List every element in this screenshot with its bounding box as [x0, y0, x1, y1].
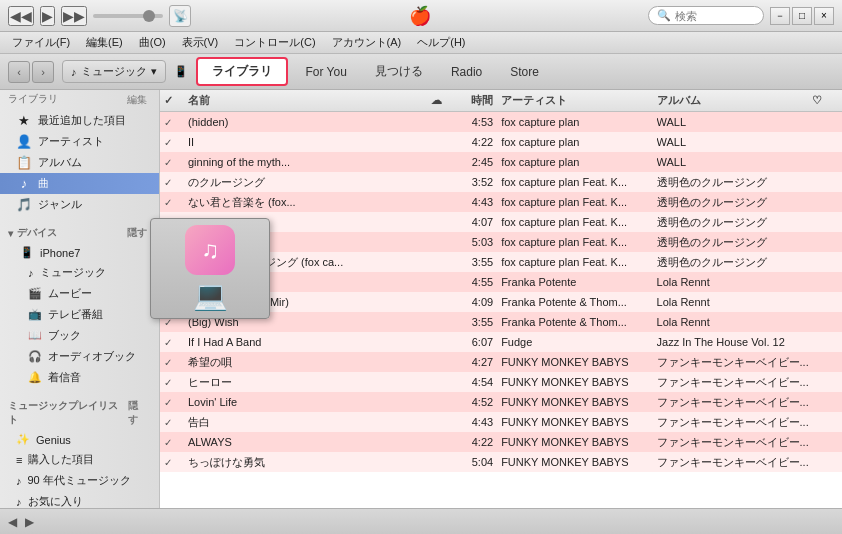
status-right-arrow[interactable]: ▶ — [25, 515, 34, 529]
menu-account[interactable]: アカウント(A) — [326, 33, 408, 52]
status-left-arrow[interactable]: ◀ — [8, 515, 17, 529]
sidebar-item-books[interactable]: 📖 ブック — [0, 325, 159, 346]
source-selector[interactable]: ♪ ミュージック ▾ — [62, 60, 166, 83]
sidebar-edit-button[interactable]: 編集 — [123, 92, 151, 108]
minimize-button[interactable]: － — [770, 7, 790, 25]
itunes-icon: ♫ — [185, 225, 235, 275]
music-note-large-icon: ♫ — [201, 236, 219, 264]
music-note-icon: ♪ — [71, 66, 77, 78]
header-album[interactable]: アルバム — [657, 93, 812, 108]
ringtone-icon: 🔔 — [28, 371, 42, 384]
sidebar-item-albums[interactable]: 📋 アルバム — [0, 152, 159, 173]
nav-back-button[interactable]: ‹ — [8, 61, 30, 83]
row-time: 4:53 — [451, 116, 501, 128]
table-header: ✓ 名前 ☁ 時間 アーティスト アルバム ♡ — [160, 90, 842, 112]
row-time: 5:03 — [451, 236, 501, 248]
row-check: ✓ — [164, 437, 188, 448]
playlist-genius[interactable]: ✨ Genius — [0, 430, 159, 449]
table-row[interactable]: ✓ ヒーロー 4:54 FUNKY MONKEY BABYS ファンキーモンキー… — [160, 372, 842, 392]
sidebar-item-music[interactable]: ♪ ミュージック — [0, 262, 159, 283]
row-artist: FUNKY MONKEY BABYS — [501, 376, 656, 388]
sidebar-item-recent-label: 最近追加した項目 — [38, 113, 126, 128]
tab-for-you[interactable]: For You — [296, 61, 357, 83]
row-time: 4:22 — [451, 136, 501, 148]
menu-control[interactable]: コントロール(C) — [228, 33, 321, 52]
header-cloud: ☁ — [421, 94, 451, 107]
sidebar-item-audiobooks[interactable]: 🎧 オーディオブック — [0, 346, 159, 367]
sidebar-item-songs[interactable]: ♪ 曲 — [0, 173, 159, 194]
sidebar-item-artists[interactable]: 👤 アーティスト — [0, 131, 159, 152]
row-album: Lola Rennt — [657, 296, 812, 308]
airplay-button[interactable]: 📡 — [169, 5, 191, 27]
tab-discover[interactable]: 見つける — [365, 59, 433, 84]
row-time: 4:43 — [451, 416, 501, 428]
chevron-down-icon: ▾ — [151, 65, 157, 78]
tab-library[interactable]: ライブラリ — [196, 57, 288, 86]
row-time: 4:07 — [451, 216, 501, 228]
playlist-hide-button[interactable]: 隠す — [124, 398, 151, 428]
table-row[interactable]: ✓ ちっぽけな勇気 5:04 FUNKY MONKEY BABYS ファンキーモ… — [160, 452, 842, 472]
header-check: ✓ — [164, 94, 188, 107]
menu-help[interactable]: ヘルプ(H) — [411, 33, 471, 52]
play-button[interactable]: ▶ — [40, 6, 55, 26]
sidebar-item-recent[interactable]: ★ 最近追加した項目 — [0, 110, 159, 131]
header-name[interactable]: 名前 — [188, 93, 421, 108]
sidebar-item-tv[interactable]: 📺 テレビ番組 — [0, 304, 159, 325]
volume-thumb — [143, 10, 155, 22]
row-artist: FUNKY MONKEY BABYS — [501, 416, 656, 428]
search-box[interactable]: 🔍 — [648, 6, 764, 25]
tab-radio[interactable]: Radio — [441, 61, 492, 83]
table-row[interactable]: ✓ If I Had A Band 6:07 Fudge Jazz In The… — [160, 332, 842, 352]
table-row[interactable]: ✓ Lovin' Life 4:52 FUNKY MONKEY BABYS ファ… — [160, 392, 842, 412]
row-album: ファンキーモンキーベイビー... — [657, 415, 812, 430]
sidebar-item-iphone[interactable]: 📱 iPhone7 — [0, 243, 159, 262]
playlist-90s[interactable]: ♪ 90 年代ミュージック — [0, 470, 159, 491]
table-row[interactable]: ✓ ginning of the myth... 2:45 fox captur… — [160, 152, 842, 172]
transport-controls: ◀◀ ▶ ▶▶ 📡 — [8, 5, 191, 27]
playlist-purchased[interactable]: ≡ 購入した項目 — [0, 449, 159, 470]
row-artist: Franka Potente & Thom... — [501, 296, 656, 308]
sidebar-item-genres[interactable]: 🎵 ジャンル — [0, 194, 159, 215]
maximize-button[interactable]: □ — [792, 7, 812, 25]
table-row[interactable]: ✓ のクルージング 3:52 fox capture plan Feat. K.… — [160, 172, 842, 192]
back-button[interactable]: ◀◀ — [8, 6, 34, 26]
volume-slider[interactable] — [93, 14, 163, 18]
close-button[interactable]: × — [814, 7, 834, 25]
sidebar-item-movies[interactable]: 🎬 ムービー — [0, 283, 159, 304]
row-time: 2:45 — [451, 156, 501, 168]
menu-song[interactable]: 曲(O) — [133, 33, 172, 52]
row-time: 4:09 — [451, 296, 501, 308]
row-name: II — [188, 136, 421, 148]
playlist-purchased-label: 購入した項目 — [28, 452, 94, 467]
table-row[interactable]: ✓ (hidden) 4:53 fox capture plan WALL — [160, 112, 842, 132]
menu-view[interactable]: 表示(V) — [176, 33, 225, 52]
row-check: ✓ — [164, 137, 188, 148]
sidebar-item-ringtones[interactable]: 🔔 着信音 — [0, 367, 159, 388]
sidebar-item-songs-label: 曲 — [38, 176, 49, 191]
row-name: ちっぽけな勇気 — [188, 455, 421, 470]
row-name: If I Had A Band — [188, 336, 421, 348]
table-row[interactable]: ✓ 希望の唄 4:27 FUNKY MONKEY BABYS ファンキーモンキー… — [160, 352, 842, 372]
table-row[interactable]: ✓ ALWAYS 4:22 FUNKY MONKEY BABYS ファンキーモン… — [160, 432, 842, 452]
table-row[interactable]: ✓ 告白 4:43 FUNKY MONKEY BABYS ファンキーモンキーベイ… — [160, 412, 842, 432]
table-row[interactable]: ✓ ない君と音楽を (fox... 4:43 fox capture plan … — [160, 192, 842, 212]
tab-store[interactable]: Store — [500, 61, 549, 83]
row-name: のクルージング — [188, 175, 421, 190]
search-input[interactable] — [675, 10, 755, 22]
table-row[interactable]: ✓ II 4:22 fox capture plan WALL — [160, 132, 842, 152]
mobile-device-icon[interactable]: 📱 — [174, 65, 188, 78]
header-artist[interactable]: アーティスト — [501, 93, 656, 108]
music-note-icon: ♪ — [16, 176, 32, 191]
playlist-favorites[interactable]: ♪ お気に入り — [0, 491, 159, 508]
nav-forward-button[interactable]: › — [32, 61, 54, 83]
row-check: ✓ — [164, 377, 188, 388]
menu-edit[interactable]: 編集(E) — [80, 33, 129, 52]
row-time: 6:07 — [451, 336, 501, 348]
apple-logo: 🍎 — [409, 5, 431, 27]
forward-button[interactable]: ▶▶ — [61, 6, 87, 26]
row-check: ✓ — [164, 337, 188, 348]
devices-hide-button[interactable]: 隠す — [123, 225, 151, 241]
menu-file[interactable]: ファイル(F) — [6, 33, 76, 52]
row-album: WALL — [657, 136, 812, 148]
header-time[interactable]: 時間 — [451, 93, 501, 108]
